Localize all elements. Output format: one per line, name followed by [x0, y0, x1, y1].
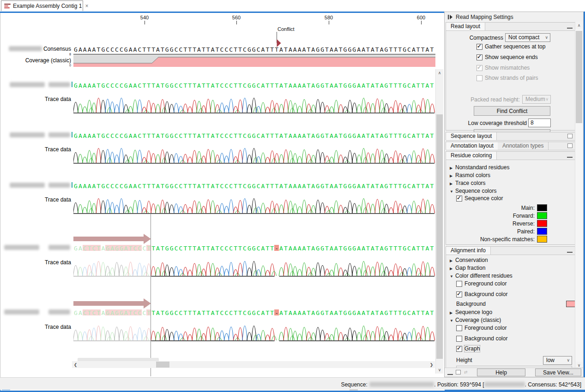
- nucleotide: T: [233, 82, 238, 88]
- panel-group-header[interactable]: Sequence layout: [446, 132, 575, 141]
- checkbox-graph[interactable]: ✓: [456, 346, 462, 352]
- collapse-group-icon[interactable]: [567, 24, 573, 29]
- color-swatch-main-[interactable]: [537, 204, 547, 211]
- color-swatch-non-specific-matches-[interactable]: [537, 236, 547, 243]
- checkbox-sequence-color[interactable]: ✓: [456, 196, 462, 202]
- save-view-button[interactable]: Save View...: [535, 368, 581, 376]
- read-sequence[interactable]: GACTCTAGAGGATCCCTTATGGCCTTTATTATCCCTTCGG…: [73, 244, 436, 251]
- reads-horizontal-scrollbar[interactable]: ❮ ❯: [72, 361, 435, 368]
- tab-example-assembly-contig[interactable]: Example Assembly Contig 1 ×: [1, 0, 83, 11]
- nucleotide: A: [87, 132, 92, 138]
- coverage-graph[interactable]: [73, 54, 435, 67]
- tree-item-sequence-colors[interactable]: ▼Sequence colors: [450, 188, 496, 194]
- checkbox-show-strands-of-pairs[interactable]: [476, 75, 482, 81]
- nucleotide: T: [421, 245, 425, 251]
- minimize-panel-icon[interactable]: [447, 371, 453, 375]
- checkbox-gather-sequences-at-top[interactable]: ✓: [476, 44, 482, 50]
- nucleotide: G: [73, 309, 78, 315]
- tree-item-color-different-residues[interactable]: ▼Color different residues: [450, 273, 513, 279]
- nucleotide: G: [384, 309, 389, 315]
- nucleotide: T: [283, 132, 288, 138]
- chevron-down-icon[interactable]: ▼: [450, 190, 455, 194]
- chevron-down-icon[interactable]: ▼: [450, 319, 455, 323]
- height-dropdown[interactable]: low∨: [543, 356, 572, 365]
- nucleotide: G: [252, 245, 256, 251]
- reads-scrollbar-thumb[interactable]: [436, 114, 443, 359]
- expand-group-icon[interactable]: [567, 143, 573, 148]
- panel-expand-icon[interactable]: [447, 14, 453, 20]
- help-button[interactable]: Help: [477, 368, 525, 376]
- nucleotide: G: [169, 46, 174, 52]
- scroll-down-icon[interactable]: ∨: [436, 366, 443, 374]
- panel-group-header[interactable]: Alignment info: [446, 247, 575, 255]
- color-swatch-reverse-[interactable]: [537, 220, 547, 227]
- nucleotide: T: [192, 46, 197, 52]
- checkbox-background-color[interactable]: ✓: [456, 291, 462, 297]
- chevron-right-icon[interactable]: ▶: [450, 166, 455, 170]
- nucleotide: T: [398, 183, 402, 189]
- tree-item-gap-fraction[interactable]: ▶Gap fraction: [450, 265, 485, 271]
- tree-item-coverage-classic-[interactable]: ▼Coverage (classic): [450, 317, 501, 323]
- panel-group-header[interactable]: Residue coloring: [446, 152, 575, 160]
- packed-read-height-dropdown[interactable]: Medium∨: [522, 95, 551, 104]
- dock-panel-icon[interactable]: ⇄: [464, 370, 468, 374]
- background-color-swatch[interactable]: [566, 301, 575, 307]
- chevron-right-icon[interactable]: ▶: [450, 311, 455, 315]
- nucleotide: T: [238, 309, 242, 315]
- horizontal-scrollbar-thumb[interactable]: [156, 362, 169, 368]
- checkbox-show-sequence-ends[interactable]: ✓: [476, 54, 482, 60]
- reads-vertical-scrollbar[interactable]: ∧ ∨: [435, 69, 443, 374]
- nucleotide: T: [201, 183, 206, 189]
- nucleotide: G: [343, 46, 348, 52]
- collapse-group-icon[interactable]: [567, 249, 573, 253]
- nucleotide: G: [352, 132, 356, 138]
- color-label: Forward:: [446, 213, 535, 219]
- scroll-left-icon[interactable]: ❮: [72, 361, 79, 368]
- tree-item-rasmol-colors[interactable]: ▶Rasmol colors: [450, 172, 490, 178]
- consensus-sequence[interactable]: GAAAATGCCCCGAACTTTATGGCCTTTATTATCCCTTCGG…: [73, 45, 436, 52]
- read-sequence[interactable]: GAAAATGCCCCGAACTTTATGGCCTTTATTATCCCTTCGG…: [73, 81, 436, 88]
- restore-panel-icon[interactable]: [456, 370, 461, 374]
- checkbox-foreground-color[interactable]: [456, 281, 462, 287]
- chevron-right-icon[interactable]: ▶: [450, 267, 455, 271]
- color-swatch-forward-[interactable]: [537, 212, 547, 219]
- checkbox-show-mismatches[interactable]: ✓: [476, 65, 482, 71]
- read-sequence[interactable]: GACTCTAGAGGATCCCTTATGGCCTTTATTATCCCTTCGG…: [73, 309, 436, 315]
- panel-scrollbar-thumb[interactable]: [576, 31, 582, 123]
- nucleotide: T: [416, 82, 421, 88]
- panel-group-header[interactable]: Annotation layoutAnnotation types: [446, 142, 575, 150]
- nucleotide: A: [425, 82, 430, 88]
- tree-item-sequence-logo[interactable]: ▶Sequence logo: [450, 309, 492, 315]
- tree-item-trace-colors[interactable]: ▶Trace colors: [450, 180, 486, 186]
- checkbox-foreground-color[interactable]: [456, 325, 462, 331]
- panel-vertical-scrollbar[interactable]: ∧ ∨: [575, 22, 583, 368]
- low-coverage-threshold-input[interactable]: 8: [528, 119, 551, 127]
- panel-bottom-bar: ⇄ Help Save View...: [445, 368, 583, 377]
- panel-group-tab[interactable]: Annotation types: [498, 142, 549, 150]
- read-sequence[interactable]: GAAAATGCCCCGAACTTTATGGCCTTTATTATCCCTTCGG…: [73, 131, 436, 138]
- find-conflict-button[interactable]: Find Conflict: [474, 106, 550, 116]
- tree-item-nonstandard-residues[interactable]: ▶Nonstandard residues: [450, 164, 509, 171]
- color-swatch-paired-[interactable]: [537, 228, 547, 235]
- chevron-right-icon[interactable]: ▶: [450, 182, 455, 186]
- nucleotide: A: [370, 46, 375, 52]
- scroll-right-icon[interactable]: ❯: [428, 361, 435, 368]
- nucleotide: A: [83, 82, 87, 88]
- tree-item-conservation[interactable]: ▶Conservation: [450, 257, 488, 263]
- chevron-right-icon[interactable]: ▶: [450, 174, 455, 178]
- nucleotide: A: [329, 245, 334, 251]
- checkbox-background-color[interactable]: [456, 336, 462, 342]
- panel-scroll-up-icon[interactable]: ∧: [575, 22, 583, 29]
- panel-group-header[interactable]: Read layout: [446, 23, 575, 31]
- compactness-dropdown[interactable]: Not compact∨: [505, 33, 550, 42]
- expand-group-icon[interactable]: [567, 134, 573, 138]
- tab-close-icon[interactable]: ×: [85, 3, 88, 9]
- scroll-up-icon[interactable]: ∧: [436, 69, 443, 77]
- read-sequence[interactable]: GAAAATGCCCCGAACTTTATGGCCTTTATTATCCCTTCGG…: [73, 182, 436, 189]
- nucleotide: G: [352, 309, 356, 315]
- collapse-group-icon[interactable]: [567, 154, 573, 158]
- chevron-down-icon[interactable]: ▼: [450, 274, 455, 279]
- chevron-right-icon[interactable]: ▶: [450, 259, 455, 263]
- nucleotide: T: [151, 46, 156, 52]
- trace-data-label: Trace data: [0, 196, 71, 203]
